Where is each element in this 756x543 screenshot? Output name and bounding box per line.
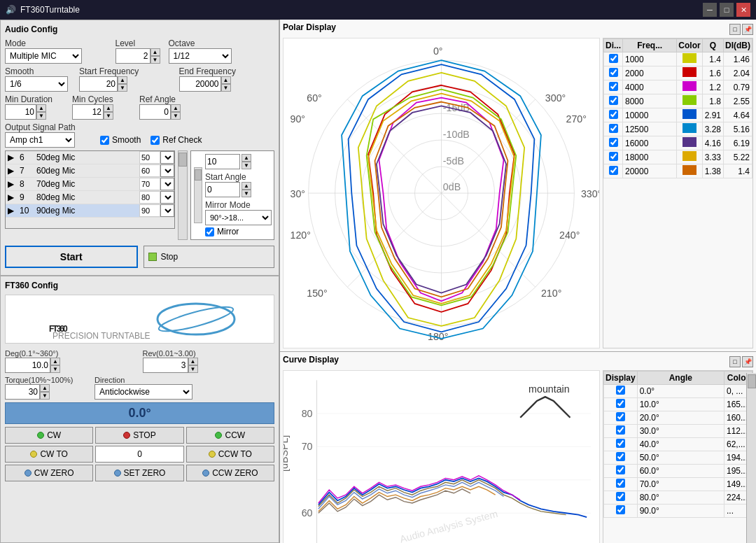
torque-label: Torque(10%~100%): [5, 376, 89, 384]
stop-button[interactable]: Stop: [144, 246, 275, 268]
rev-label: Rev(0.01~3.00): [143, 349, 275, 358]
ccw-to-button[interactable]: CCW TO: [186, 446, 274, 463]
curve-legend-row: 90.0° ...: [604, 505, 752, 518]
close-button[interactable]: ✕: [736, 3, 750, 17]
rev-input[interactable]: [143, 358, 188, 373]
mirror-label: Mirror: [217, 227, 239, 237]
ref-check-checkbox[interactable]: [150, 136, 160, 145]
torque-down[interactable]: ▼: [40, 392, 50, 400]
smooth-select[interactable]: 1/6: [5, 76, 68, 92]
angle-value-input[interactable]: [205, 154, 240, 169]
smooth-checkbox[interactable]: [100, 136, 109, 145]
start-angle-up[interactable]: ▲: [241, 182, 251, 190]
level-input[interactable]: [115, 48, 150, 64]
ref-angle-down[interactable]: ▼: [171, 112, 181, 120]
mic-scrollbar[interactable]: [178, 150, 188, 240]
svg-text:30°: 30°: [290, 188, 305, 199]
maximize-button[interactable]: □: [720, 3, 734, 17]
curve-legend-table: Display Angle Color 0.0° 0, ... 10.0° 16…: [603, 371, 752, 518]
stop-indicator: [148, 253, 157, 261]
svg-point-1: [158, 304, 234, 334]
start-angle-input[interactable]: [205, 182, 240, 197]
output-label: Output Signal Path: [5, 122, 96, 132]
dir-select[interactable]: Anticlockwise Clockwise: [94, 384, 192, 400]
torque-input[interactable]: [5, 384, 40, 400]
mic-table-row[interactable]: ▶760deg Mic: [6, 164, 174, 178]
ft360-logo: FT360 PRECISION TURNTABLE: [5, 295, 274, 344]
deg-input[interactable]: [5, 358, 50, 373]
output-select[interactable]: Amp ch1: [5, 132, 75, 148]
cw-to-button[interactable]: CW TO: [5, 446, 93, 463]
end-freq-up[interactable]: ▲: [221, 76, 231, 84]
polar-plot-svg: 0° 330° 30° 180° 150° 210° 60° 300° 90° …: [284, 38, 599, 348]
smooth-label: Smooth: [5, 66, 75, 76]
end-freq-input[interactable]: [179, 76, 221, 92]
start-freq-down[interactable]: ▼: [118, 84, 127, 92]
set-zero-indicator: [114, 470, 121, 477]
rev-down[interactable]: ▼: [188, 365, 198, 373]
curve-legend-row: 40.0° 62,...: [604, 438, 752, 451]
mic-table-row[interactable]: ▶980deg Mic: [6, 191, 174, 204]
polar-legend-row: 10000 2.91 4.64: [604, 108, 752, 122]
curve-legend-row: 10.0° 165...: [604, 398, 752, 411]
mic-table-row[interactable]: ▶870deg Mic: [6, 178, 174, 191]
svg-text:120°: 120°: [290, 230, 310, 241]
ccw-to-indicator: [209, 451, 216, 458]
deg-up[interactable]: ▲: [50, 358, 60, 365]
min-cyc-input[interactable]: [72, 104, 104, 120]
title-bar: 🔊 FT360Turntable ─ □ ✕: [0, 0, 756, 20]
ref-check-label: Ref Check: [162, 135, 202, 145]
cw-zero-button[interactable]: CW ZERO: [5, 465, 93, 481]
deg-down[interactable]: ▼: [50, 365, 60, 373]
mirror-mode-select[interactable]: 90°->18...: [205, 210, 272, 225]
level-down[interactable]: ▼: [150, 56, 160, 64]
ccw-zero-button[interactable]: CCW ZERO: [186, 465, 274, 481]
stop-motor-button[interactable]: STOP: [95, 427, 183, 444]
mode-select[interactable]: Multiple MIC: [5, 48, 82, 64]
octave-select[interactable]: 1/12: [169, 48, 232, 64]
curve-legend-row: 20.0° 160...: [604, 411, 752, 425]
ref-angle-input[interactable]: [139, 104, 171, 120]
start-angle-down[interactable]: ▼: [241, 190, 251, 197]
minimize-button[interactable]: ─: [703, 3, 717, 17]
svg-text:[dBSPL]: [dBSPL]: [284, 435, 290, 472]
angle-down[interactable]: ▼: [241, 162, 251, 169]
polar-pin-icon[interactable]: 📌: [742, 24, 753, 35]
end-freq-down[interactable]: ▼: [221, 84, 231, 92]
level-up[interactable]: ▲: [150, 48, 160, 56]
cw-button[interactable]: CW: [5, 427, 93, 444]
curve-pin-icon[interactable]: 📌: [742, 356, 753, 367]
cw-to-indicator: [30, 451, 37, 458]
min-dur-down[interactable]: ▼: [36, 112, 46, 120]
polar-expand-icon[interactable]: □: [729, 24, 741, 35]
ccw-button[interactable]: CCW: [186, 427, 274, 444]
svg-text:60: 60: [302, 507, 313, 519]
start-freq-input[interactable]: [79, 76, 118, 92]
cw-zero-indicator: [24, 470, 31, 477]
mic-table-row[interactable]: ▶650deg Mic: [6, 151, 174, 164]
polar-legend-row: 18000 3.33 5.22: [604, 150, 752, 164]
angle-scrollbar[interactable]: [194, 167, 202, 223]
stop-motor-indicator: [123, 432, 130, 439]
start-freq-up[interactable]: ▲: [118, 76, 127, 84]
start-button[interactable]: Start: [5, 246, 138, 268]
polar-legend-row: 4000 1.2 0.79: [604, 80, 752, 94]
svg-text:0°: 0°: [433, 45, 443, 57]
svg-text:300°: 300°: [545, 93, 566, 104]
rev-up[interactable]: ▲: [188, 358, 198, 365]
min-dur-up[interactable]: ▲: [36, 104, 46, 112]
mirror-checkbox[interactable]: [205, 227, 214, 237]
mic-table-row[interactable]: ▶1090deg Mic: [6, 204, 174, 218]
min-cyc-down[interactable]: ▼: [104, 112, 113, 120]
ref-angle-label: Ref Angle: [139, 94, 274, 104]
set-zero-button[interactable]: SET ZERO: [95, 465, 183, 481]
curve-scrollbar[interactable]: [746, 373, 753, 543]
angle-up[interactable]: ▲: [241, 154, 251, 162]
min-dur-input[interactable]: [5, 104, 36, 120]
curve-expand-icon[interactable]: □: [729, 356, 741, 367]
min-cyc-up[interactable]: ▲: [104, 104, 113, 112]
torque-up[interactable]: ▲: [40, 384, 50, 392]
svg-text:60°: 60°: [307, 93, 322, 104]
deg-label: Deg(0.1°~360°): [5, 349, 137, 358]
ref-angle-up[interactable]: ▲: [171, 104, 181, 112]
